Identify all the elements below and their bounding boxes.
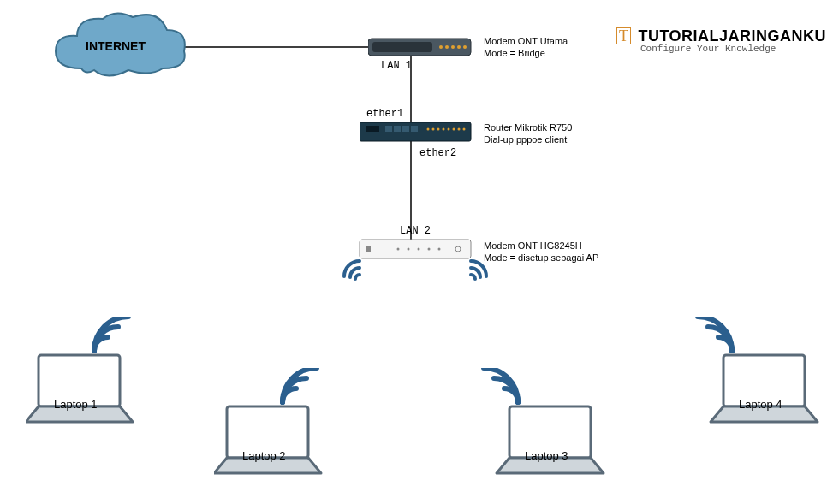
laptop3-icon (479, 368, 608, 479)
logo-sub-text: Configure Your Knowledge (640, 44, 826, 54)
svg-point-7 (451, 45, 455, 49)
svg-point-17 (432, 128, 435, 131)
site-logo: T TUTORIALJARINGANKU Configure Your Know… (616, 27, 826, 54)
modem2-icon (338, 235, 501, 291)
svg-point-23 (463, 128, 466, 131)
modem1-port-label: LAN 1 (381, 60, 412, 72)
laptop2-icon (214, 368, 342, 479)
svg-point-29 (428, 248, 431, 251)
svg-point-22 (458, 128, 461, 131)
svg-rect-13 (394, 126, 401, 132)
svg-rect-15 (411, 126, 418, 132)
laptop1-icon (26, 317, 154, 428)
router-icon (360, 120, 479, 145)
svg-rect-25 (366, 246, 371, 252)
logo-mark: T (616, 27, 631, 44)
laptop3-label: Laptop 3 (525, 449, 568, 462)
svg-point-8 (457, 45, 461, 49)
svg-point-5 (439, 45, 443, 49)
router-port-out-label: ether2 (419, 147, 456, 159)
svg-point-26 (397, 248, 400, 251)
logo-main-text: TUTORIALJARINGANKU (638, 27, 826, 44)
modem1-title: Modem ONT Utama (484, 36, 568, 46)
laptop2-label: Laptop 2 (242, 449, 286, 462)
svg-point-21 (453, 128, 455, 131)
router-port-in-label: ether1 (366, 108, 403, 120)
router-title: Router Mikrotik R750 (484, 122, 572, 133)
modem2-mode: Mode = disetup sebagai AP (484, 252, 598, 263)
svg-point-9 (463, 45, 467, 49)
svg-point-16 (427, 128, 430, 131)
laptop1-label: Laptop 1 (54, 398, 98, 411)
svg-rect-24 (360, 240, 471, 258)
svg-point-20 (448, 128, 450, 131)
modem1-icon (368, 34, 479, 60)
svg-point-28 (418, 248, 420, 251)
svg-rect-12 (385, 126, 392, 132)
modem1-mode: Mode = Bridge (484, 48, 545, 58)
laptop4-label: Laptop 4 (739, 398, 782, 411)
laptop4-icon (693, 317, 822, 428)
svg-rect-14 (402, 126, 409, 132)
svg-point-19 (443, 128, 445, 131)
svg-point-30 (438, 248, 441, 251)
svg-point-6 (445, 45, 449, 49)
modem2-title: Modem ONT HG8245H (484, 240, 582, 251)
svg-rect-11 (366, 126, 379, 132)
svg-point-18 (437, 128, 440, 131)
router-mode: Dial-up pppoe client (484, 134, 567, 145)
svg-rect-4 (372, 42, 432, 52)
internet-label: INTERNET (86, 39, 146, 53)
svg-point-27 (408, 248, 410, 251)
